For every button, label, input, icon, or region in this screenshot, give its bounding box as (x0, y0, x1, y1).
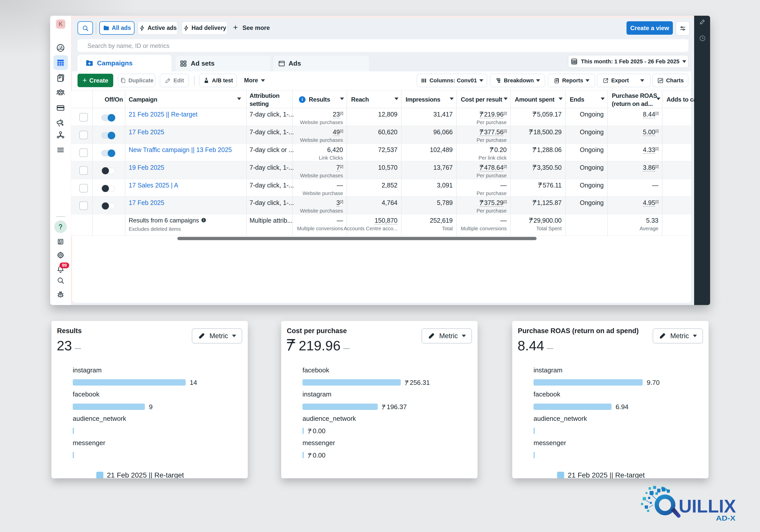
svg-text:UILLIX: UILLIX (679, 496, 736, 516)
svg-text:AD-X: AD-X (716, 514, 736, 522)
